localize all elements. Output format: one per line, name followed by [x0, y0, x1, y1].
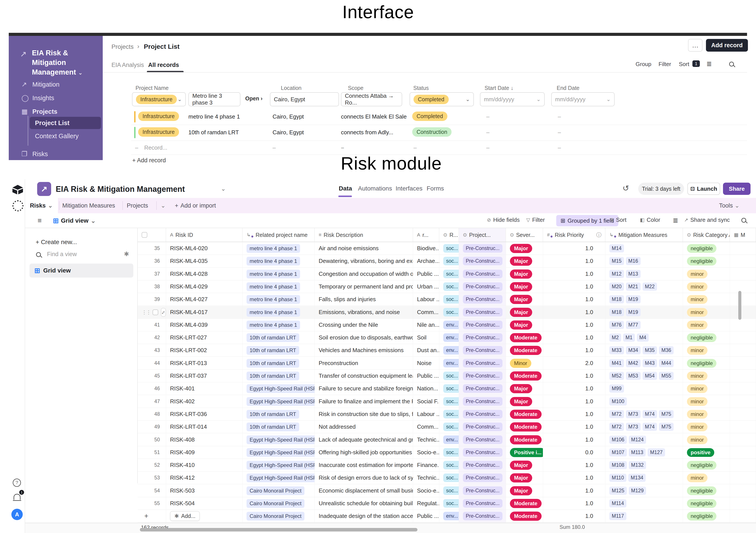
horizontal-scrollbar[interactable]: [140, 528, 418, 531]
related-project-pill[interactable]: metro line 4 phase 1: [247, 321, 300, 329]
column-header-sever[interactable]: ⊙Sever...: [506, 228, 543, 242]
row-height-icon[interactable]: ≣: [673, 216, 678, 224]
related-project-pill[interactable]: Egypt High-Speed Rail (HSR): [247, 384, 315, 393]
measure-pill[interactable]: M55: [659, 372, 674, 380]
measure-pill[interactable]: M19: [626, 295, 641, 303]
measure-pill[interactable]: M4: [637, 333, 649, 342]
measure-pill[interactable]: M74: [643, 410, 657, 418]
measure-pill[interactable]: M18: [609, 295, 624, 303]
measure-pill[interactable]: M21: [626, 283, 641, 291]
sort-button[interactable]: Sort: [679, 61, 689, 68]
measure-pill[interactable]: M72: [609, 423, 624, 431]
app-icon[interactable]: ↗: [37, 182, 51, 196]
measure-pill[interactable]: M75: [659, 423, 674, 431]
related-project-pill[interactable]: 10th of ramdan LRT: [247, 333, 299, 342]
share-button[interactable]: Share: [723, 182, 750, 195]
measure-pill[interactable]: M18: [609, 308, 624, 316]
table-row[interactable]: 45RISK-LRT-03710th of ramdan LRTTransfer…: [138, 370, 756, 382]
related-project-pill[interactable]: 10th of ramdan LRT: [247, 410, 299, 419]
related-project-pill[interactable]: 10th of ramdan LRT: [247, 423, 299, 431]
column-header-risk-description[interactable]: ≡Risk Description: [315, 228, 413, 242]
measure-pill[interactable]: M124: [629, 436, 646, 444]
column-header-r[interactable]: Ar...: [413, 228, 439, 242]
column-header-m[interactable]: ▦M: [730, 228, 756, 242]
add-row-plus-button[interactable]: +: [144, 512, 148, 520]
measure-pill[interactable]: M99: [609, 384, 624, 393]
project-name-input[interactable]: Metro line 3 phase 3: [188, 92, 240, 106]
tab-forms[interactable]: Forms: [427, 185, 444, 192]
add-or-import-button[interactable]: + Add or import: [175, 198, 216, 213]
measure-pill[interactable]: M125: [609, 487, 627, 495]
measure-pill[interactable]: M117: [609, 512, 626, 520]
table-tab-mitigation-measures[interactable]: Mitigation Measures: [62, 198, 115, 213]
measure-pill[interactable]: M41: [609, 359, 624, 367]
measure-pill[interactable]: M113: [629, 448, 646, 457]
measure-pill[interactable]: M35: [643, 346, 657, 354]
avatar[interactable]: A: [12, 509, 23, 520]
grouped-by-button[interactable]: ⊞Grouped by 1 field: [556, 215, 618, 226]
table-row[interactable]: ⋮⋮↕RISK-ML4-017metro line 4 phase 1Emiss…: [138, 306, 756, 319]
measure-pill[interactable]: M44: [659, 359, 674, 367]
info-icon[interactable]: ⓘ: [596, 231, 602, 238]
measure-pill[interactable]: M74: [643, 423, 657, 431]
column-header-r[interactable]: ⊙R...: [439, 228, 459, 242]
group-button[interactable]: Group: [635, 61, 651, 68]
related-project-pill[interactable]: metro line 4 phase 1: [247, 244, 300, 253]
measure-pill[interactable]: M15: [609, 257, 624, 265]
hide-fields-button[interactable]: ⊘Hide fields: [487, 216, 520, 223]
start-date-input[interactable]: mm/dd/yyyy ⌄: [480, 92, 545, 106]
related-project-pill[interactable]: Cairo Monorail Project: [247, 487, 305, 495]
vertical-scrollbar[interactable]: [738, 291, 742, 320]
related-project-pill[interactable]: metro line 4 phase 1: [247, 295, 300, 304]
related-project-pill[interactable]: Egypt High-Speed Rail (HSR): [247, 473, 315, 482]
drag-handle-icon[interactable]: ⋮⋮: [142, 309, 150, 315]
open-record-link[interactable]: Open ›: [245, 95, 262, 102]
table-row-placeholder[interactable]: – Record... – – – – –: [131, 142, 747, 154]
related-project-pill[interactable]: Egypt High-Speed Rail (HSR): [247, 435, 315, 444]
base-title[interactable]: EIA Risk & Mitigation Management: [56, 184, 185, 194]
airtable-logo-icon[interactable]: [12, 183, 24, 196]
table-row[interactable]: 37RISK-ML4-028metro line 4 phase 1Conges…: [138, 268, 756, 280]
measure-pill[interactable]: M134: [628, 474, 646, 482]
table-row[interactable]: 48RISK-LRT-03610th of ramdan LRTRisk in …: [138, 408, 756, 421]
row-checkbox[interactable]: [152, 309, 158, 315]
measure-pill[interactable]: M14: [609, 244, 624, 252]
table-row[interactable]: 39RISK-ML4-027metro line 4 phase 1Falls,…: [138, 293, 756, 306]
end-date-input[interactable]: mm/dd/yyyy ⌄: [551, 92, 615, 106]
sidebar-item-projects[interactable]: Projects: [32, 108, 57, 115]
tab-all-records[interactable]: All records: [148, 62, 179, 69]
filter-button[interactable]: ▽Filter: [526, 216, 545, 223]
help-icon[interactable]: ?: [13, 479, 21, 487]
table-row[interactable]: 54RISK-503Cairo Monorail ProjectEconomic…: [138, 485, 756, 497]
measure-pill[interactable]: M100: [609, 397, 627, 406]
table-row[interactable]: 43RISK-LRT-00210th of ramdan LRTVehicles…: [138, 344, 756, 357]
table-row[interactable]: 35RISK-ML4-020metro line 4 phase 1Air an…: [138, 242, 756, 255]
add-record-row[interactable]: +✱Add...Cairo Monorail ProjectInadequate…: [138, 510, 756, 522]
add-record-button[interactable]: Add record: [706, 39, 748, 52]
related-project-pill[interactable]: Egypt High-Speed Rail (HSR): [247, 397, 315, 406]
sidebar-item-context-gallery[interactable]: Context Gallery: [35, 132, 79, 140]
measure-pill[interactable]: M13: [626, 270, 641, 278]
table-row[interactable]: 47RISK-402Egypt High-Speed Rail (HSR)Fai…: [138, 395, 756, 408]
table-tab-risks[interactable]: Risks⌄: [25, 198, 58, 213]
project-type-select[interactable]: Infrastructure ⌄: [132, 92, 186, 106]
related-project-pill[interactable]: metro line 4 phase 1: [247, 270, 300, 278]
measure-pill[interactable]: M2: [609, 333, 621, 342]
measure-pill[interactable]: M42: [626, 359, 641, 367]
measure-pill[interactable]: M106: [609, 436, 627, 444]
table-row[interactable]: 50RISK-408Egypt High-Speed Rail (HSR)Lac…: [138, 434, 756, 446]
measure-pill[interactable]: M34: [626, 346, 641, 354]
measure-pill[interactable]: M108: [609, 461, 627, 469]
measure-pill[interactable]: M77: [626, 321, 641, 329]
sidebar-item-project-list-label[interactable]: Project List: [35, 120, 69, 126]
table-row[interactable]: 36RISK-ML4-035metro line 4 phase 1Dewate…: [138, 255, 756, 267]
measure-pill[interactable]: M43: [643, 359, 657, 367]
breadcrumb-parent[interactable]: Projects: [112, 43, 134, 50]
table-tab-expand[interactable]: ⌄: [161, 198, 166, 213]
status-select[interactable]: Completed ⌄: [410, 92, 474, 106]
gear-icon[interactable]: ✱: [124, 250, 129, 258]
table-row[interactable]: 55RISK-504Cairo Monorail ProjectUnrealis…: [138, 497, 756, 510]
tab-data[interactable]: Data: [339, 185, 352, 192]
table-row[interactable]: 49RISK-LRT-01410th of ramdan LRTNot addr…: [138, 421, 756, 433]
tab-eia-analysis[interactable]: EIA Analysis: [112, 62, 144, 69]
